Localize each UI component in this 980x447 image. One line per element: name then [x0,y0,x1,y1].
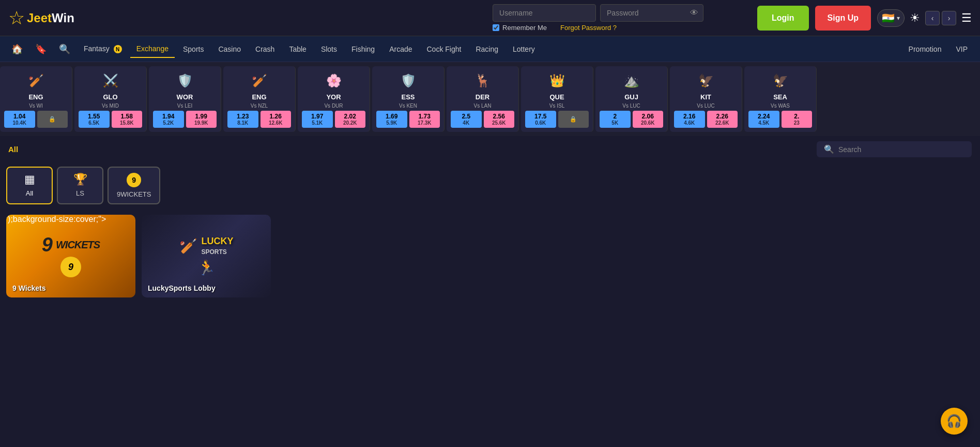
bet-card-glo-mid[interactable]: ⚔️ GLO Vs MID 1.556.5K 1.5815.8K [74,66,147,132]
bet-card-kit-luc[interactable]: 🦅 KIT Vs LUC 2.164.6K 2.2622.6K [670,66,742,132]
ess-lay-odd[interactable]: 1.7317.3K [409,111,440,128]
section-all-label: All [8,145,18,154]
filter-tab-ls[interactable]: 🏆 LS [57,167,103,204]
theme-toggle-button[interactable]: ☀ [910,11,920,25]
guj-lay-odd[interactable]: 2.0620.6K [633,111,664,128]
sea-logo: 🦅 [770,70,791,91]
que-back-odd[interactable]: 17.50.6K [525,111,556,128]
logo[interactable]: ☆ JeetWin [8,9,74,27]
nav-item-arcade[interactable]: Arcade [383,41,418,57]
ess-back-odd[interactable]: 1.695.9K [376,111,407,128]
der-back-odd[interactable]: 2.54K [451,111,482,128]
password-field[interactable] [600,4,703,22]
search-nav-icon[interactable]: 🔍 [54,39,75,59]
guj-vs: Vs LUC [622,103,640,109]
ess-vs: Vs KEN [399,103,417,109]
kit-lay-odd[interactable]: 2.2622.6K [707,111,738,128]
bet-card-der-lan[interactable]: 🦌 DER Vs LAN 2.54K 2.5625.6K [447,66,519,132]
eng-logo: 🏏 [26,70,47,91]
filter-tab-all[interactable]: ▦ All [6,167,53,204]
nav-item-lottery[interactable]: Lottery [507,41,541,57]
kit-name: KIT [700,93,711,101]
password-wrap: 👁 [600,4,703,22]
eng-back-odd[interactable]: 1.0410.4K [4,111,35,128]
sea-vs: Vs WAS [771,103,790,109]
support-icon: 🎧 [946,414,962,428]
menu-button[interactable]: ☰ [961,11,972,25]
sea-lay-odd[interactable]: 2.23 [782,111,813,128]
header: ☆ JeetWin 👁 Remember Me Forgot Password … [0,0,980,36]
sea-name: SEA [773,93,787,101]
game-card-lucky[interactable]: 🏏 LUCKY SPORTS 🏃 LuckySports Lobby [142,215,271,297]
eng2-lay-odd[interactable]: 1.2612.6K [261,111,292,128]
username-field[interactable] [493,4,596,22]
wor-vs: Vs LEI [177,103,192,109]
home-icon[interactable]: 🏠 [6,39,28,59]
language-selector[interactable]: 🇮🇳 ▾ [877,9,905,27]
bet-card-ess-ken[interactable]: 🛡️ ESS Vs KEN 1.695.9K 1.7317.3K [372,66,445,132]
support-button[interactable]: 🎧 [941,408,968,435]
nav-item-fishing[interactable]: Fishing [345,41,381,57]
nav-item-exchange[interactable]: Exchange [130,40,175,58]
yor-name: YOR [326,93,341,101]
nav-item-crash[interactable]: Crash [249,41,281,57]
nav-item-casino[interactable]: Casino [212,41,247,57]
der-vs: Vs LAN [474,103,492,109]
glo-logo: ⚔️ [100,70,121,91]
bet-card-sea-was[interactable]: 🦅 SEA Vs WAS 2.244.5K 2.23 [744,66,817,132]
forgot-password-link[interactable]: Forgot Password ? [560,24,617,32]
que-name: QUE [549,93,564,101]
nav-item-cockfight[interactable]: Cock Fight [421,41,468,57]
bookmark-icon[interactable]: 🔖 [30,39,52,59]
bet-card-wor-lei[interactable]: 🛡️ WOR Vs LEI 1.945.2K 1.9919.9K [149,66,221,132]
login-button[interactable]: Login [757,6,809,31]
header-right: 🇮🇳 ▾ ☀ ‹ › ☰ [877,9,972,27]
bet-card-que-isl[interactable]: 👑 QUE Vs ISL 17.50.6K 🔒 [521,66,593,132]
nav-item-sports[interactable]: Sports [177,41,210,57]
eng2-name: ENG [252,93,266,101]
bet-card-yor-dur[interactable]: 🌸 YOR Vs DUR 1.975.1K 2.0220.2K [298,66,370,132]
game-card-wickets[interactable]: ');background-size:cover;"> 9 WICKETS 9 … [6,215,135,297]
nav-next-button[interactable]: › [942,11,956,25]
ess-logo: 🛡️ [398,70,419,91]
eng2-back-odd[interactable]: 1.238.1K [227,111,258,128]
nav-item-vip[interactable]: VIP [950,41,974,57]
guj-back-odd[interactable]: 25K [600,111,631,128]
wor-back-odd[interactable]: 1.945.2K [153,111,184,128]
bet-card-eng-wi[interactable]: 🏏 ENG Vs WI 1.0410.4K 🔒 [0,66,72,132]
der-lay-odd[interactable]: 2.5625.6K [484,111,515,128]
filter-tab-ls-label: LS [76,189,84,197]
que-vs: Vs ISL [549,103,564,109]
que-lay-odd: 🔒 [558,111,589,128]
glo-name: GLO [103,93,117,101]
yor-lay-odd[interactable]: 2.0220.2K [335,111,366,128]
search-icon: 🔍 [824,144,834,154]
sea-back-odd[interactable]: 2.244.5K [748,111,779,128]
filter-tab-9wickets-label: 9WICKETS [117,190,151,198]
auth-inputs: 👁 [493,4,703,22]
kit-back-odd[interactable]: 2.164.6K [674,111,705,128]
glo-back-odd[interactable]: 1.556.5K [79,111,110,128]
bet-card-eng-nzl[interactable]: 🏏 ENG Vs NZL 1.238.1K 1.2612.6K [223,66,296,132]
nav-item-table[interactable]: Table [283,41,312,57]
wor-lay-odd[interactable]: 1.9919.9K [186,111,217,128]
betting-strip: 🏏 ENG Vs WI 1.0410.4K 🔒 ⚔️ GLO Vs MID 1.… [0,62,980,136]
signup-button[interactable]: Sign Up [815,6,871,31]
nav-item-promotion[interactable]: Promotion [902,41,948,57]
kit-logo: 🦅 [696,70,716,91]
remember-checkbox[interactable] [493,24,499,31]
remember-label: Remember Me [502,24,547,32]
password-toggle-icon[interactable]: 👁 [690,8,698,18]
nav-item-fantasy[interactable]: Fantasy N [78,40,128,57]
logo-star-icon: ☆ [8,9,25,27]
nav-item-slots[interactable]: Slots [315,41,343,57]
bet-card-guj-luc[interactable]: ⛰️ GUJ Vs LUC 25K 2.0620.6K [595,66,668,132]
yor-back-odd[interactable]: 1.975.1K [302,111,333,128]
wickets-filter-icon: 9 [127,173,141,187]
nav-prev-button[interactable]: ‹ [925,11,940,25]
search-placeholder: Search [838,145,861,154]
glo-lay-odd[interactable]: 1.5815.8K [112,111,143,128]
nav-item-racing[interactable]: Racing [469,41,504,57]
search-box[interactable]: 🔍 Search [817,141,972,157]
filter-tab-9wickets[interactable]: 9 9WICKETS [108,167,160,204]
